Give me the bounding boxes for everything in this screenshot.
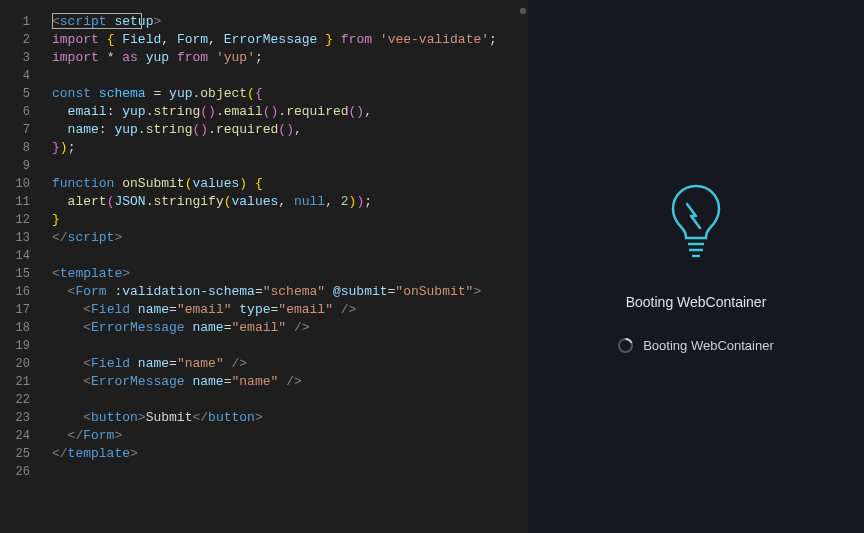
code-line[interactable]: email: yup.string().email().required(), [44,103,518,121]
line-number: 6 [0,103,44,121]
line-number: 14 [0,247,44,265]
boot-status-text: Booting WebContainer [643,338,774,353]
lightbulb-icon [666,180,726,262]
line-number: 9 [0,157,44,175]
line-number: 7 [0,121,44,139]
line-number-gutter: 1234567891011121314151617181920212223242… [0,0,44,533]
line-number: 1 [0,13,44,31]
code-line[interactable]: <ErrorMessage name="email" /> [44,319,518,337]
line-number: 5 [0,85,44,103]
code-line[interactable] [44,463,518,481]
code-line[interactable]: name: yup.string().required(), [44,121,518,139]
line-number: 22 [0,391,44,409]
line-number: 11 [0,193,44,211]
code-line[interactable] [44,391,518,409]
boot-status-row: Booting WebContainer [618,338,774,353]
code-line[interactable]: <Field name="name" /> [44,355,518,373]
code-line[interactable]: alert(JSON.stringify(values, null, 2)); [44,193,518,211]
code-line[interactable] [44,337,518,355]
line-number: 12 [0,211,44,229]
code-editor[interactable]: 1234567891011121314151617181920212223242… [0,0,528,533]
line-number: 4 [0,67,44,85]
code-line[interactable]: </script> [44,229,518,247]
line-number: 24 [0,427,44,445]
code-line[interactable]: <template> [44,265,518,283]
code-line[interactable]: <Form :validation-schema="schema" @submi… [44,283,518,301]
code-line[interactable]: <ErrorMessage name="name" /> [44,373,518,391]
line-number: 20 [0,355,44,373]
code-line[interactable] [44,157,518,175]
code-line[interactable]: import { Field, Form, ErrorMessage } fro… [44,31,518,49]
code-line[interactable] [44,67,518,85]
code-line[interactable]: } [44,211,518,229]
code-line[interactable]: </Form> [44,427,518,445]
line-number: 13 [0,229,44,247]
vertical-scrollbar[interactable] [518,0,528,533]
preview-panel: Booting WebContainer Booting WebContaine… [528,0,864,533]
boot-title: Booting WebContainer [626,294,767,310]
line-number: 16 [0,283,44,301]
code-line[interactable]: }); [44,139,518,157]
line-number: 18 [0,319,44,337]
line-number: 3 [0,49,44,67]
line-number: 8 [0,139,44,157]
code-line[interactable]: import * as yup from 'yup'; [44,49,518,67]
line-number: 17 [0,301,44,319]
code-line[interactable]: const schema = yup.object({ [44,85,518,103]
line-number: 25 [0,445,44,463]
line-number: 15 [0,265,44,283]
code-line[interactable]: <button>Submit</button> [44,409,518,427]
code-line[interactable] [44,247,518,265]
line-number: 23 [0,409,44,427]
code-area[interactable]: <script setup>import { Field, Form, Erro… [44,0,518,533]
code-line[interactable]: </template> [44,445,518,463]
code-line[interactable]: <Field name="email" type="email" /> [44,301,518,319]
code-line[interactable]: function onSubmit(values) { [44,175,518,193]
scrollbar-thumb[interactable] [520,8,526,14]
line-number: 26 [0,463,44,481]
line-number: 19 [0,337,44,355]
line-number: 10 [0,175,44,193]
line-number: 21 [0,373,44,391]
loading-spinner-icon [618,338,633,353]
line-number: 2 [0,31,44,49]
code-line[interactable]: <script setup> [44,13,518,31]
